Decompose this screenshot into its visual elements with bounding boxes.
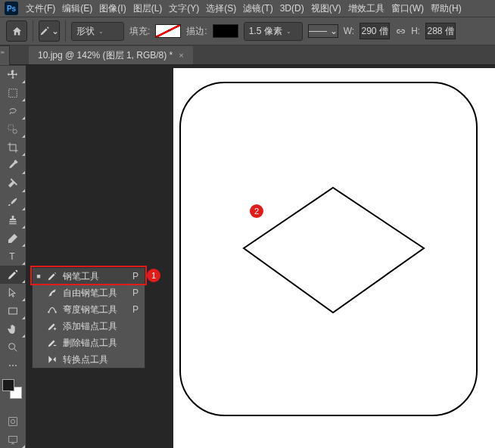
svg-rect-0 <box>9 89 17 98</box>
width-label: W: <box>344 26 354 36</box>
svg-text:T: T <box>9 251 15 262</box>
menu-filter[interactable]: 滤镜(T) <box>243 2 272 15</box>
flyout-item-del-anchor[interactable]: 删除锚点工具 <box>33 334 145 351</box>
annotation-badge-2: 2 <box>250 204 263 218</box>
document-tab[interactable]: 10.jpg @ 142% (图层 1, RGB/8) * × <box>29 46 193 64</box>
menu-view[interactable]: 视图(V) <box>311 2 341 15</box>
height-input[interactable]: 288 僧 <box>425 23 456 39</box>
flyout-item-convert[interactable]: 转换点工具 <box>33 351 145 368</box>
edit-toolbar-button[interactable]: ⋯ <box>0 356 26 375</box>
screenmode-button[interactable] <box>0 431 26 448</box>
link-wh-button[interactable] <box>395 23 406 39</box>
eraser-tool[interactable] <box>0 229 26 247</box>
flyout-shortcut: P <box>132 271 139 282</box>
curve-pen-icon <box>46 304 58 315</box>
flyout-label: 钢笔工具 <box>63 270 128 283</box>
pen-tool[interactable] <box>0 266 26 284</box>
annotation-badge-1: 1 <box>147 269 160 282</box>
type-tool[interactable]: T <box>0 247 26 266</box>
close-icon[interactable]: × <box>179 51 183 60</box>
foreground-swatch[interactable] <box>2 379 14 391</box>
free-pen-icon <box>46 288 58 298</box>
stroke-style-dropdown[interactable]: ⌄ <box>308 24 338 38</box>
selected-dot-icon: ■ <box>36 272 42 280</box>
flyout-label: 添加锚点工具 <box>63 320 134 333</box>
lasso-tool[interactable] <box>0 102 26 120</box>
menu-plugins[interactable]: 增效工具 <box>348 2 384 15</box>
svg-point-10 <box>48 311 49 313</box>
chevron-down-icon: ⌄ <box>98 28 104 35</box>
chevron-down-icon: ⌄ <box>330 26 338 36</box>
separator <box>65 20 66 42</box>
zoom-tool[interactable] <box>0 338 26 356</box>
menu-layer[interactable]: 图层(L) <box>133 2 163 15</box>
svg-rect-1 <box>8 125 14 130</box>
fill-label: 填充: <box>129 25 150 38</box>
menu-edit[interactable]: 编辑(E) <box>62 2 92 15</box>
flyout-label: 自由钢笔工具 <box>63 287 128 300</box>
toolbox: T ⋯ <box>0 65 26 448</box>
menu-select[interactable]: 选择(S) <box>206 2 236 15</box>
svg-point-2 <box>13 129 17 133</box>
anchor-del-icon <box>46 338 58 348</box>
svg-point-7 <box>11 419 14 423</box>
anchor-add-icon <box>46 321 58 331</box>
canvas-area[interactable] <box>26 65 495 448</box>
flyout-label: 删除锚点工具 <box>63 337 134 350</box>
flyout-shortcut: P <box>132 288 139 298</box>
flyout-item-curve-pen[interactable]: 弯度钢笔工具 P <box>33 301 145 318</box>
flyout-item-pen[interactable]: ■ 钢笔工具 P <box>33 268 145 285</box>
width-input[interactable]: 290 僧 <box>360 23 390 39</box>
chevron-down-icon: ⌄ <box>51 26 59 36</box>
move-tool[interactable] <box>0 66 26 84</box>
document-tab-bar: 10.jpg @ 142% (图层 1, RGB/8) * × <box>0 45 495 65</box>
stroke-label: 描边: <box>186 25 207 38</box>
link-icon <box>396 26 406 36</box>
height-label: H: <box>411 26 420 36</box>
tool-preset-button[interactable]: ⌄ <box>39 20 60 42</box>
stamp-tool[interactable] <box>0 211 26 229</box>
shape-mode-dropdown[interactable]: 形状 ⌄ <box>71 22 124 41</box>
svg-marker-9 <box>244 188 424 313</box>
diamond-path <box>235 180 431 331</box>
convert-point-icon <box>46 354 58 365</box>
stroke-width-dropdown[interactable]: 1.5 像素 ⌄ <box>244 22 303 41</box>
svg-rect-4 <box>9 308 17 314</box>
fill-swatch[interactable] <box>155 24 181 38</box>
flyout-label: 转换点工具 <box>63 353 134 366</box>
healing-tool[interactable] <box>0 175 26 193</box>
eyedropper-tool[interactable] <box>0 157 26 175</box>
pen-icon <box>39 26 50 36</box>
svg-rect-8 <box>9 436 17 442</box>
app-logo: Ps <box>5 2 18 15</box>
color-swatches[interactable] <box>2 379 23 400</box>
quickmask-button[interactable] <box>0 412 26 431</box>
path-select-tool[interactable] <box>0 284 26 302</box>
menu-help[interactable]: 帮助(H) <box>431 2 462 15</box>
svg-point-5 <box>9 344 15 350</box>
brush-tool[interactable] <box>0 193 26 211</box>
home-button[interactable] <box>6 20 27 42</box>
menu-file[interactable]: 文件(F) <box>26 2 55 15</box>
menu-type[interactable]: 文字(Y) <box>169 2 199 15</box>
menu-3d[interactable]: 3D(D) <box>280 3 304 14</box>
crop-tool[interactable] <box>0 138 26 157</box>
home-icon <box>11 26 23 37</box>
flyout-item-add-anchor[interactable]: 添加锚点工具 <box>33 318 145 334</box>
flyout-item-free-pen[interactable]: 自由钢笔工具 P <box>33 285 145 301</box>
marquee-tool[interactable] <box>0 84 26 102</box>
rectangle-tool[interactable] <box>0 302 26 320</box>
menu-window[interactable]: 窗口(W) <box>391 2 424 15</box>
svg-point-11 <box>55 311 57 313</box>
flyout-shortcut: P <box>132 304 139 315</box>
menu-image[interactable]: 图像(I) <box>99 2 126 15</box>
hand-tool[interactable] <box>0 320 26 338</box>
pen-tool-flyout: ■ 钢笔工具 P 自由钢笔工具 P 弯度钢笔工具 P 添加锚点工具 删除锚点工具… <box>32 267 145 369</box>
document-tab-title: 10.jpg @ 142% (图层 1, RGB/8) * <box>38 49 173 62</box>
chevron-down-icon: ⌄ <box>286 28 291 35</box>
shape-mode-label: 形状 <box>76 25 95 38</box>
svg-rect-6 <box>9 418 17 426</box>
quick-select-tool[interactable] <box>0 120 26 138</box>
expand-icon: ▸▸ <box>1 49 4 55</box>
stroke-swatch[interactable] <box>213 24 238 38</box>
